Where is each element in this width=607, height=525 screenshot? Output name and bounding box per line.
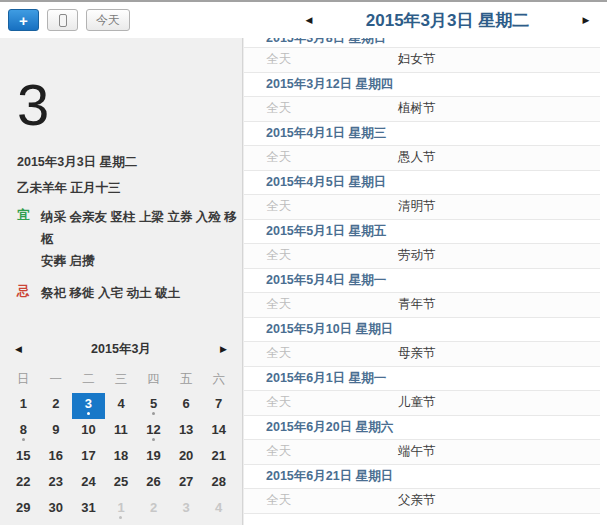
event-dot bbox=[87, 464, 90, 467]
event-dot bbox=[54, 412, 57, 415]
event-dot bbox=[217, 438, 220, 441]
day-cell[interactable]: 25 bbox=[105, 471, 138, 497]
all-day-label: 全天 bbox=[266, 149, 398, 166]
title-bar: ◀ 2015年3月3日 星期二 ▶ bbox=[298, 9, 607, 32]
header-bar: + 今天 ◀ 2015年3月3日 星期二 ▶ bbox=[0, 2, 607, 38]
next-day-button[interactable]: ▶ bbox=[575, 15, 597, 25]
day-cell[interactable]: 17 bbox=[72, 445, 105, 471]
event-row[interactable]: 全天母亲节 bbox=[244, 342, 600, 367]
mini-prev-month-button[interactable]: ◀ bbox=[15, 344, 22, 354]
day-cell[interactable]: 4 bbox=[202, 497, 235, 523]
day-cell[interactable]: 26 bbox=[137, 471, 170, 497]
day-cell[interactable]: 27 bbox=[170, 471, 203, 497]
day-number: 18 bbox=[114, 448, 128, 463]
event-date-text: 2015年6月1日 星期一 bbox=[266, 370, 386, 387]
day-cell[interactable]: 13 bbox=[170, 419, 203, 445]
event-name: 植树节 bbox=[398, 100, 436, 117]
day-cell[interactable]: 4 bbox=[105, 393, 138, 419]
weekday-label: 五 bbox=[170, 367, 203, 393]
day-number: 16 bbox=[49, 448, 63, 463]
weekday-label: 六 bbox=[202, 367, 235, 393]
all-day-label: 全天 bbox=[266, 198, 398, 215]
event-dot bbox=[22, 438, 25, 441]
day-number: 20 bbox=[179, 448, 193, 463]
event-date-header: 2015年6月1日 星期一 bbox=[244, 367, 600, 392]
main-area: 3 2015年3月3日 星期二 乙未羊年 正月十三 宜 纳采 会亲友 竖柱 上梁… bbox=[0, 38, 607, 525]
day-cell[interactable]: 16 bbox=[40, 445, 73, 471]
day-cell[interactable]: 24 bbox=[72, 471, 105, 497]
day-cell[interactable]: 18 bbox=[105, 445, 138, 471]
today-button[interactable]: 今天 bbox=[86, 9, 130, 31]
event-dot bbox=[152, 490, 155, 493]
day-cell[interactable]: 1 bbox=[7, 393, 40, 419]
today-button-label: 今天 bbox=[96, 12, 120, 29]
mobile-sync-button[interactable] bbox=[47, 9, 78, 31]
ji-terms: 祭祀 移徙 入宅 动土 破土 bbox=[41, 283, 180, 305]
event-name: 妇女节 bbox=[398, 51, 436, 68]
event-row[interactable]: 全天劳动节 bbox=[244, 244, 600, 269]
day-cell[interactable]: 1 bbox=[105, 497, 138, 523]
day-cell[interactable]: 14 bbox=[202, 419, 235, 445]
day-number: 10 bbox=[81, 422, 95, 437]
event-row[interactable]: 全天清明节 bbox=[244, 195, 600, 220]
weekday-label: 二 bbox=[72, 367, 105, 393]
day-cell[interactable]: 5 bbox=[137, 393, 170, 419]
event-date-text: 2015年4月5日 星期日 bbox=[266, 174, 386, 191]
event-name: 清明节 bbox=[398, 198, 436, 215]
event-name: 青年节 bbox=[398, 296, 436, 313]
event-row[interactable]: 全天儿童节 bbox=[244, 391, 600, 416]
day-number: 2 bbox=[52, 396, 59, 411]
day-cell[interactable]: 6 bbox=[170, 393, 203, 419]
event-dot bbox=[185, 438, 188, 441]
event-name: 母亲节 bbox=[398, 345, 436, 362]
event-date-header: 2015年3月8日 星期日 bbox=[244, 38, 600, 48]
event-dot bbox=[152, 438, 155, 441]
event-dot bbox=[152, 464, 155, 467]
day-cell-selected[interactable]: 3 bbox=[72, 393, 105, 419]
event-date-text: 2015年6月21日 星期日 bbox=[266, 468, 393, 485]
day-cell[interactable]: 30 bbox=[40, 497, 73, 523]
event-date-text: 2015年5月4日 星期一 bbox=[266, 272, 386, 289]
day-cell[interactable]: 22 bbox=[7, 471, 40, 497]
day-cell[interactable]: 20 bbox=[170, 445, 203, 471]
event-date-text: 2015年3月12日 星期四 bbox=[266, 76, 393, 93]
event-dot bbox=[22, 464, 25, 467]
event-row[interactable]: 全天植树节 bbox=[244, 97, 600, 122]
day-cell[interactable]: 15 bbox=[7, 445, 40, 471]
day-cell[interactable]: 21 bbox=[202, 445, 235, 471]
day-cell[interactable]: 9 bbox=[40, 419, 73, 445]
event-row[interactable]: 全天父亲节 bbox=[244, 489, 600, 514]
prev-day-button[interactable]: ◀ bbox=[298, 15, 320, 25]
event-dot bbox=[119, 464, 122, 467]
almanac-suitable-row: 宜 纳采 会亲友 竖柱 上梁 立券 入殓 移柩 安葬 启攒 bbox=[17, 207, 242, 273]
event-row[interactable]: 全天愚人节 bbox=[244, 146, 600, 171]
day-cell[interactable]: 31 bbox=[72, 497, 105, 523]
day-cell[interactable]: 2 bbox=[40, 393, 73, 419]
day-cell[interactable]: 3 bbox=[170, 497, 203, 523]
event-row[interactable]: 全天妇女节 bbox=[244, 48, 600, 73]
event-date-header: 2015年4月5日 星期日 bbox=[244, 171, 600, 196]
day-number: 2 bbox=[150, 500, 157, 515]
day-cell[interactable]: 12 bbox=[137, 419, 170, 445]
day-number: 12 bbox=[146, 422, 160, 437]
day-cell[interactable]: 11 bbox=[105, 419, 138, 445]
day-cell[interactable]: 7 bbox=[202, 393, 235, 419]
day-cell[interactable]: 8 bbox=[7, 419, 40, 445]
day-number: 9 bbox=[52, 422, 59, 437]
event-dot bbox=[22, 490, 25, 493]
add-event-button[interactable]: + bbox=[8, 9, 39, 31]
day-cell[interactable]: 23 bbox=[40, 471, 73, 497]
day-cell[interactable]: 10 bbox=[72, 419, 105, 445]
event-row[interactable]: 全天青年节 bbox=[244, 293, 600, 318]
day-cell[interactable]: 29 bbox=[7, 497, 40, 523]
day-cell[interactable]: 2 bbox=[137, 497, 170, 523]
day-cell[interactable]: 19 bbox=[137, 445, 170, 471]
event-name: 父亲节 bbox=[398, 492, 436, 509]
event-date-header: 2015年5月4日 星期一 bbox=[244, 269, 600, 294]
mini-next-month-button[interactable]: ▶ bbox=[220, 344, 227, 354]
event-dot bbox=[119, 412, 122, 415]
day-number: 11 bbox=[114, 422, 128, 437]
events-list[interactable]: 2015年3月8日 星期日全天妇女节2015年3月12日 星期四全天植树节201… bbox=[243, 38, 600, 525]
event-row[interactable]: 全天端午节 bbox=[244, 440, 600, 465]
day-cell[interactable]: 28 bbox=[202, 471, 235, 497]
